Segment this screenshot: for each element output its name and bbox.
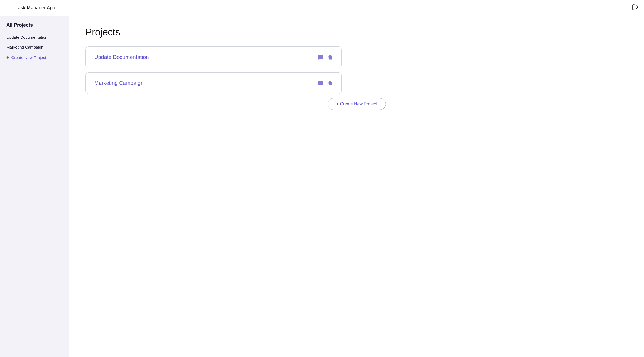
app-header: Task Manager App bbox=[0, 0, 644, 16]
sidebar-heading: All Projects bbox=[0, 22, 69, 32]
logout-icon[interactable] bbox=[632, 4, 639, 12]
page-title: Projects bbox=[85, 27, 628, 38]
sidebar: All Projects Update Documentation Market… bbox=[0, 16, 69, 357]
project-name-marketing-campaign[interactable]: Marketing Campaign bbox=[94, 80, 144, 86]
create-project-btn-container: + Create New Project bbox=[85, 98, 628, 110]
create-new-project-button[interactable]: + Create New Project bbox=[328, 98, 386, 110]
project-actions-marketing-campaign bbox=[317, 80, 333, 86]
project-actions-update-documentation bbox=[317, 54, 333, 60]
trash-icon-marketing-campaign[interactable] bbox=[328, 81, 333, 86]
hamburger-icon[interactable] bbox=[5, 6, 11, 10]
project-card-marketing-campaign: Marketing Campaign bbox=[85, 72, 342, 94]
sidebar-item-update-documentation[interactable]: Update Documentation bbox=[0, 32, 69, 42]
sidebar-create-label: Create New Project bbox=[11, 55, 46, 60]
trash-icon-update-documentation[interactable] bbox=[328, 55, 333, 60]
comment-icon-update-documentation[interactable] bbox=[317, 54, 323, 60]
header-left: Task Manager App bbox=[5, 5, 55, 11]
main-content: Projects Update Documentation bbox=[69, 16, 644, 357]
plus-icon: + bbox=[6, 55, 9, 60]
layout: All Projects Update Documentation Market… bbox=[0, 16, 644, 357]
project-name-update-documentation[interactable]: Update Documentation bbox=[94, 54, 149, 60]
project-card-update-documentation: Update Documentation bbox=[85, 46, 342, 68]
sidebar-item-marketing-campaign[interactable]: Marketing Campaign bbox=[0, 42, 69, 52]
app-title: Task Manager App bbox=[15, 5, 55, 11]
sidebar-create-new-project[interactable]: + Create New Project bbox=[0, 52, 69, 63]
comment-icon-marketing-campaign[interactable] bbox=[317, 80, 323, 86]
projects-list: Update Documentation Marketing Campaign bbox=[85, 46, 342, 94]
